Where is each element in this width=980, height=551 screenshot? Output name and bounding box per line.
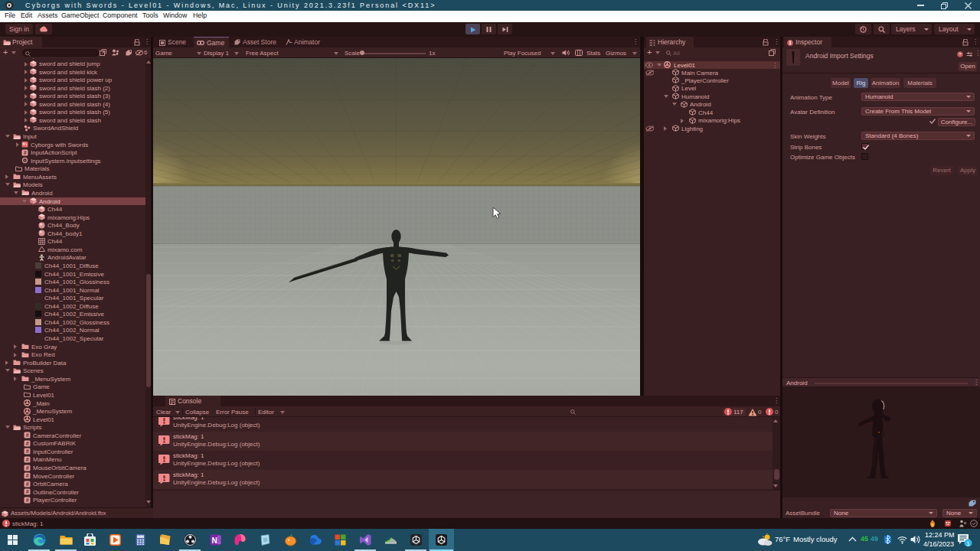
svg-text:N: N bbox=[211, 536, 217, 545]
svg-text:1: 1 bbox=[966, 540, 970, 547]
